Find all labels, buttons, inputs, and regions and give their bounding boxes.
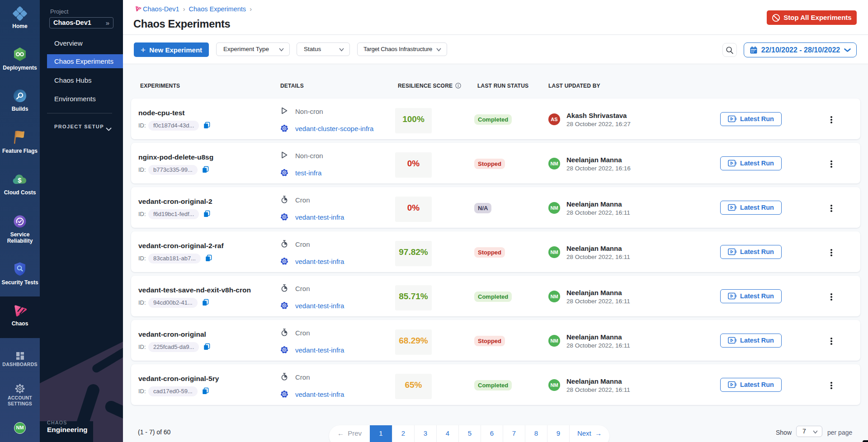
svg-text:$: $ bbox=[18, 176, 22, 184]
